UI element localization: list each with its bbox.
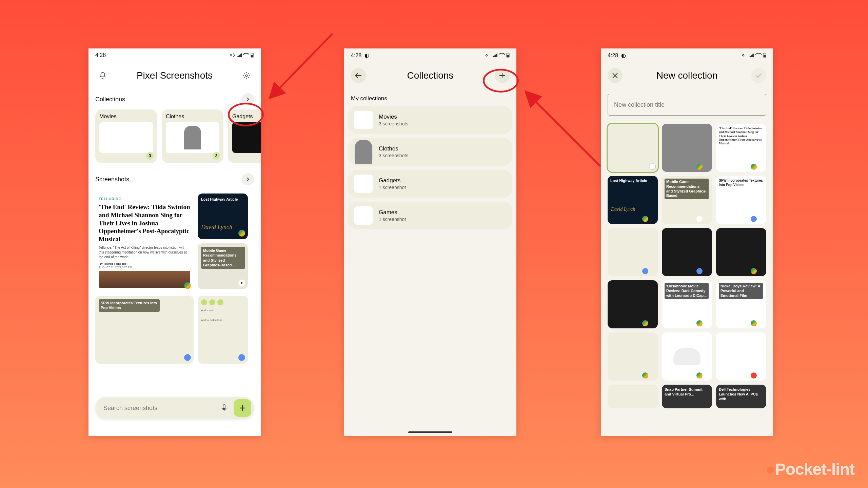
status-icons [230, 53, 254, 58]
grid-tile[interactable] [716, 228, 766, 276]
article-body: Telluride: "The Act of Killing" director… [99, 245, 190, 260]
collections-expand-button[interactable] [242, 93, 254, 105]
grid-tile[interactable]: Mobile Game Recommendations and Stylized… [662, 176, 712, 224]
grid-tile[interactable]: SPW Incorporates Textures into Pop Video… [716, 176, 766, 224]
screenshot-title: Lost Highway Article [201, 197, 238, 202]
collection-name: Clothes [166, 114, 219, 120]
app-header: Collections [344, 62, 516, 89]
gmail-icon [751, 372, 757, 379]
notifications-icon[interactable] [95, 68, 110, 83]
list-item-name: Movies [379, 114, 408, 120]
list-item-name: Games [379, 209, 406, 216]
settings-icon[interactable] [239, 68, 254, 83]
chrome-icon [751, 268, 757, 274]
collection-list-item[interactable]: Movies 3 screenshots [348, 106, 512, 134]
collection-thumb [99, 122, 153, 153]
grid-tile[interactable]: Dell Technologies Launches New AI PCs wi… [716, 385, 766, 408]
collection-list-item[interactable]: Games 1 screenshot [348, 202, 512, 229]
chrome-icon [696, 320, 703, 326]
confirm-button[interactable] [751, 68, 766, 83]
annotation-arrow [519, 85, 607, 173]
grid-tile[interactable]: 'Diciannove Movie Review: Dark Comedy wi… [662, 280, 712, 328]
collections-header: Collections [88, 89, 261, 109]
collection-card-clothes[interactable]: Clothes 3 [162, 109, 223, 163]
screenshot-thumb[interactable]: Lost Highway Article David Lynch [198, 194, 248, 239]
svg-rect-5 [507, 55, 509, 57]
grid-tile[interactable] [662, 124, 712, 172]
screenshot-thumb[interactable]: SPW Incorporates Textures into Pop Video… [95, 296, 194, 364]
add-button[interactable] [234, 399, 251, 417]
grid-tile[interactable]: 'The End' Review: Tilda Swinton and Mich… [716, 124, 766, 172]
status-bar: 4:28 ◐ [601, 48, 773, 62]
list-thumb [354, 206, 373, 225]
status-bar: 4:28 [88, 48, 261, 62]
annotation-arrow [261, 30, 339, 105]
chrome-icon [184, 282, 191, 289]
chrome-icon [238, 230, 245, 237]
list-item-sub: 3 screenshots [379, 153, 408, 158]
list-thumb [354, 111, 373, 129]
watermark: ●Pocket-lint [766, 460, 854, 479]
app-title: Pixel Screenshots [110, 70, 239, 81]
collection-count-badge: 3 [146, 152, 154, 160]
screenshots-expand-button[interactable] [242, 173, 254, 185]
grid-tile[interactable] [608, 332, 658, 381]
checkbox-icon [649, 163, 656, 170]
collection-thumb [166, 122, 219, 153]
grid-tile[interactable]: Snap Partner Summit and Virtual Pro... [662, 385, 712, 408]
status-bar: 4:28 ◐ [344, 48, 516, 62]
search-input[interactable] [103, 405, 217, 412]
screenshots-grid: TELLURIDE 'The End' Review: Tilda Swinto… [88, 189, 261, 368]
collection-list-item[interactable]: Clothes 3 screenshots [348, 138, 512, 166]
collection-title-field[interactable] [608, 94, 766, 116]
screenshot-article[interactable]: TELLURIDE 'The End' Review: Tilda Swinto… [95, 194, 194, 292]
play-icon [238, 280, 245, 286]
grid-tile[interactable] [716, 332, 766, 381]
phone-screenshot-2: 4:28 ◐ Collections My collections Movies… [344, 48, 516, 436]
svg-rect-3 [223, 405, 225, 409]
svg-point-2 [245, 75, 248, 77]
screenshot-thumb[interactable]: Add a note Add to collections [198, 296, 248, 364]
grid-tile[interactable] [662, 332, 712, 381]
chrome-icon [642, 268, 648, 274]
grid-tile[interactable] [662, 228, 712, 276]
screenshot-title: Mobile Game Recommendations and Stylized… [201, 247, 245, 269]
svg-rect-7 [764, 55, 766, 57]
screenshots-header: Screenshots [88, 169, 261, 189]
collection-card-gadgets[interactable]: Gadgets [228, 109, 261, 163]
chrome-icon [696, 372, 703, 379]
phone-screenshot-3: 4:28 ◐ New collection 'The End' Review: … [601, 48, 773, 436]
article-byline: BY DAVID EHRLICH [99, 262, 190, 266]
svg-rect-1 [251, 55, 253, 57]
collection-count-badge: 3 [213, 152, 220, 160]
chrome-icon [696, 268, 703, 274]
chrome-icon [642, 216, 648, 222]
grid-tile[interactable] [608, 124, 658, 172]
collections-label: Collections [95, 96, 125, 103]
collection-thumb [232, 122, 261, 153]
back-button[interactable] [351, 68, 366, 83]
list-thumb [354, 175, 373, 193]
app-header: New collection [601, 62, 773, 89]
add-collection-button[interactable] [495, 68, 510, 83]
grid-tile[interactable] [608, 385, 658, 408]
list-item-sub: 1 screenshot [379, 185, 406, 190]
close-button[interactable] [608, 68, 623, 83]
mic-icon[interactable] [217, 401, 231, 415]
chrome-icon [238, 354, 245, 361]
page-title: Collections [366, 70, 495, 81]
collection-title-input[interactable] [614, 101, 760, 108]
collection-list-item[interactable]: Gadgets 1 screenshot [348, 170, 512, 198]
app-header: Pixel Screenshots [88, 62, 261, 89]
collection-card-movies[interactable]: Movies 3 [95, 109, 157, 163]
chrome-icon [184, 354, 191, 361]
grid-tile[interactable] [608, 280, 658, 328]
grid-tile[interactable]: Nickel Boys Review: A Powerful and Emoti… [716, 280, 766, 328]
my-collections-label: My collections [344, 89, 516, 106]
screenshots-label: Screenshots [95, 176, 129, 183]
grid-tile[interactable]: Lost Highway ArticleDavid Lynch [608, 176, 658, 224]
nav-pill [408, 431, 452, 433]
status-time: 4:28 ◐ [351, 52, 369, 59]
screenshot-thumb[interactable]: Mobile Game Recommendations and Stylized… [198, 243, 248, 289]
grid-tile[interactable] [608, 228, 658, 276]
